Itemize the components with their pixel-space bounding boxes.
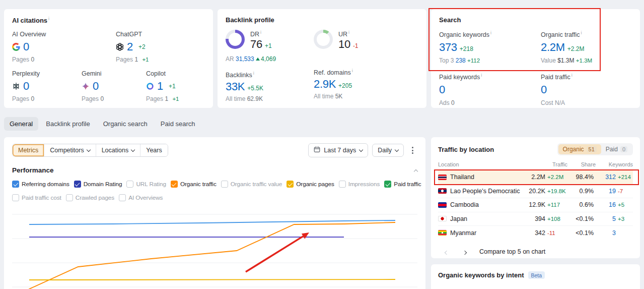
- backlinks-value[interactable]: 33K: [226, 80, 245, 93]
- backlink-profile-card: Backlink profile DRi 76+1 AR 31,533 4,06…: [218, 9, 426, 108]
- organic-toggle-option[interactable]: Organic51: [558, 144, 601, 154]
- dr-donut-chart: [226, 30, 245, 49]
- years-button[interactable]: Years: [140, 144, 168, 156]
- chevron-down-icon: [395, 148, 399, 152]
- backlink-profile-title: Backlink profile: [226, 16, 418, 24]
- paid-traffic-value[interactable]: 0: [541, 83, 547, 96]
- locations-dropdown[interactable]: Locations: [96, 144, 140, 156]
- granularity-dropdown[interactable]: Daily: [372, 144, 404, 157]
- performance-heading: Performance: [12, 166, 54, 174]
- location-table-header: Location Traffic Share Keywords: [438, 160, 633, 170]
- metric-checkbox-organic-traffic-value[interactable]: Organic traffic value: [221, 181, 282, 188]
- ai-source-label: Gemini: [82, 70, 146, 77]
- organic-keywords-value[interactable]: 373: [439, 41, 457, 53]
- ads-value: 0: [451, 99, 455, 106]
- metric-checkbox-paid-traffic-cost[interactable]: Paid traffic cost: [12, 194, 61, 201]
- ai-citations-row-1: AI Overview 0 Pages 0 ChatGPT 2 +2 Pages…: [12, 31, 205, 63]
- metric-checkbox-crawled-pages[interactable]: Crawled pages: [66, 194, 114, 201]
- paid-traffic-block: Paid traffici 0 Cost N/A: [541, 73, 632, 106]
- chevron-down-icon: [131, 148, 135, 152]
- chart-toolbar: Metrics Competitors Locations Years Last…: [12, 143, 417, 157]
- ai-citations-row-2: Perplexity 0 Pages 0 Gemini 0 Pages 0 Co…: [12, 70, 205, 102]
- tab-backlink-profile[interactable]: Backlink profile: [40, 117, 95, 131]
- tab-paid-search[interactable]: Paid search: [155, 117, 201, 131]
- compare-top5-link[interactable]: Compare top 5 on chart: [479, 248, 545, 255]
- column-header-traffic[interactable]: Traffic: [520, 161, 567, 167]
- table-row-thailand[interactable]: Thailand 2.2M+2.2M 98.4% 312+214: [438, 170, 633, 185]
- gemini-count[interactable]: 0: [93, 80, 99, 93]
- chevron-down-icon: [86, 148, 90, 152]
- calendar-icon: [314, 146, 320, 154]
- tab-organic-search[interactable]: Organic search: [98, 117, 153, 131]
- keywords-link[interactable]: 19: [609, 188, 616, 195]
- next-page-button[interactable]: [461, 246, 468, 258]
- performance-line-chart[interactable]: [12, 212, 417, 289]
- section-tabs: General Backlink profile Organic search …: [4, 117, 201, 131]
- keywords-link[interactable]: 5: [612, 215, 616, 222]
- cost-value: N/A: [555, 99, 565, 106]
- info-icon: i: [490, 30, 491, 35]
- ar-delta: 4,069: [261, 55, 276, 63]
- ref-domains-value[interactable]: 2.9K: [314, 78, 336, 90]
- paid-keywords-value[interactable]: 0: [439, 83, 445, 96]
- column-header-keywords[interactable]: Keywords: [596, 161, 633, 167]
- metrics-button[interactable]: Metrics: [13, 144, 44, 156]
- metric-checkbox-paid-traffic[interactable]: Paid traffic: [384, 181, 421, 188]
- metric-checkbox-domain-rating[interactable]: Domain Rating: [74, 181, 122, 188]
- checkbox-icon: [66, 194, 73, 201]
- pages-count: 0: [100, 95, 104, 102]
- paid-keywords-block: Paid keywordsi 0 Ads 0: [439, 73, 541, 106]
- collapse-chevron-icon[interactable]: [414, 169, 418, 173]
- prev-page-button[interactable]: [443, 246, 450, 258]
- tab-general[interactable]: General: [4, 117, 38, 131]
- metric-checkbox-organic-traffic[interactable]: Organic traffic: [171, 181, 217, 188]
- competitors-dropdown[interactable]: Competitors: [44, 144, 95, 156]
- table-row-japan[interactable]: Japan 394+108 <0.1% 5+3: [438, 212, 633, 226]
- ar-label: AR: [226, 55, 234, 63]
- top3-value[interactable]: 238: [456, 57, 466, 64]
- checkbox-icon: [119, 194, 126, 201]
- table-row-laos[interactable]: Lao People's Democratic Reput 20.2K+19.8…: [438, 185, 633, 199]
- pages-count: 1: [134, 56, 138, 63]
- organic-paid-toggle: Organic51 Paid0: [557, 143, 633, 155]
- metric-toggles-row-2: Paid traffic cost Crawled pages AI Overv…: [12, 194, 417, 201]
- ai-citations-card: AI citationsi AI Overview 0 Pages 0 Chat…: [4, 9, 213, 108]
- organic-traffic-delta: +2.2M: [567, 45, 585, 52]
- backlinks-block: Backlinksi 33K+5.5K All time 62.9K: [226, 71, 314, 102]
- ai-overview-count[interactable]: 0: [23, 40, 29, 53]
- metric-checkbox-ai-overviews[interactable]: AI Overviews: [119, 194, 163, 201]
- info-icon: i: [352, 68, 353, 73]
- keywords-link[interactable]: 16: [609, 201, 616, 208]
- more-options-button[interactable]: [408, 144, 417, 157]
- chatgpt-count[interactable]: 2: [127, 40, 133, 53]
- alltime-value: 5K: [335, 93, 343, 100]
- beta-badge: Beta: [528, 271, 545, 279]
- perplexity-count[interactable]: 0: [23, 80, 29, 93]
- table-row-myanmar[interactable]: Myanmar 342-11 <0.1% 3: [438, 226, 633, 240]
- location-table-footer: Compare top 5 on chart: [438, 246, 633, 258]
- paid-toggle-option[interactable]: Paid0: [601, 144, 632, 154]
- metric-checkbox-impressions[interactable]: Impressions: [339, 181, 380, 188]
- ads-label: Ads: [439, 99, 450, 106]
- date-range-dropdown[interactable]: Last 7 days: [308, 143, 368, 157]
- keywords-link[interactable]: 312: [605, 174, 616, 181]
- search-card: Search Organic keywordsi 373+218 Top 3 2…: [431, 9, 640, 108]
- metric-checkbox-url-rating[interactable]: URL Rating: [126, 181, 166, 188]
- chatgpt-icon: [116, 43, 124, 51]
- ai-source-label: Copilot: [146, 70, 179, 77]
- backlinks-delta: +5.5K: [247, 85, 263, 92]
- column-header-share[interactable]: Share: [567, 161, 596, 167]
- metric-checkbox-referring-domains[interactable]: Referring domains: [12, 181, 69, 188]
- top3-label: Top 3: [439, 57, 454, 64]
- organic-traffic-value[interactable]: 2.2M: [541, 41, 565, 53]
- myanmar-flag-icon: [438, 230, 447, 236]
- table-row-cambodia[interactable]: Cambodia 12.9K+117 0.6% 16+5: [438, 198, 633, 212]
- column-header-location[interactable]: Location: [438, 161, 520, 167]
- keywords-link[interactable]: 3: [612, 229, 616, 237]
- laos-flag-icon: [438, 188, 447, 194]
- copilot-count[interactable]: 1: [157, 80, 163, 93]
- checkbox-icon: [221, 181, 228, 188]
- checkbox-icon: [12, 181, 19, 188]
- ar-value[interactable]: 31,533: [236, 55, 254, 63]
- metric-checkbox-organic-pages[interactable]: Organic pages: [287, 181, 334, 188]
